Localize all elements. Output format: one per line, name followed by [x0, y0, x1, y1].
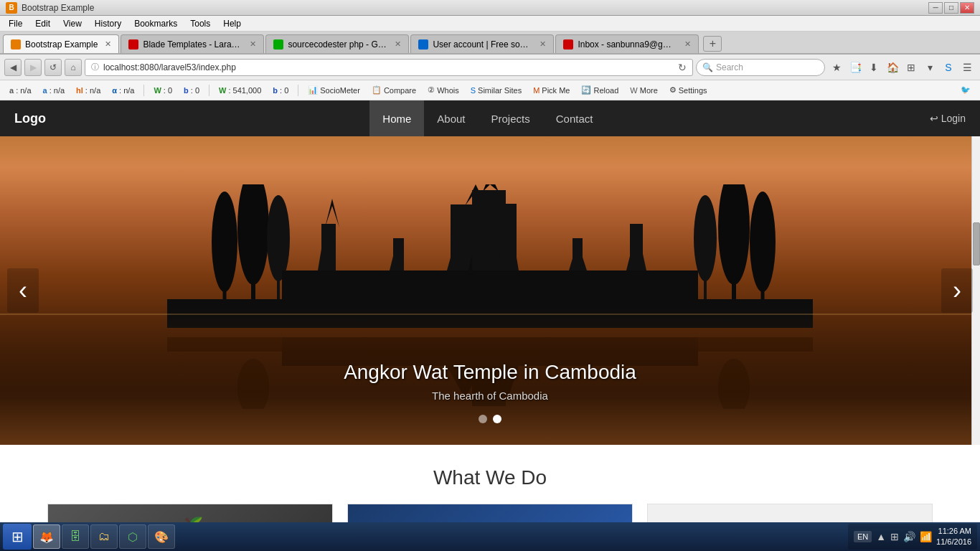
ext-reload[interactable]: 🔄 Reload [578, 84, 622, 96]
carousel-title: Angkor Wat Temple in Cambodia [0, 361, 980, 384]
ext-hl[interactable]: hl : n/a [72, 85, 104, 96]
ext-whois[interactable]: ② Whois [424, 84, 463, 96]
carousel-dot-1[interactable] [479, 415, 487, 423]
site-nav-items: Home About Projects Contact [369, 100, 606, 136]
taskbar-files[interactable]: 🗂 [90, 524, 118, 549]
ext-icon-1: a [9, 86, 14, 95]
carousel-prev-button[interactable]: ‹ [7, 268, 39, 313]
taskbar-db[interactable]: 🗄 [62, 524, 89, 549]
carousel-dot-2[interactable] [493, 415, 501, 423]
back-button[interactable]: ◀ [4, 59, 22, 76]
ext-compare[interactable]: 📋 Compare [368, 84, 420, 96]
tray-icon-display[interactable]: ⊞ [890, 531, 899, 542]
start-button[interactable]: ⊞ [3, 524, 32, 550]
tab-label-1: Bootstrap Example [25, 39, 98, 50]
nav-home[interactable]: Home [369, 100, 424, 136]
forward-button[interactable]: ▶ [24, 59, 42, 76]
clock[interactable]: 11:26 AM 11/6/2016 [936, 526, 971, 548]
tray-icon-sound[interactable]: 🔊 [903, 531, 915, 542]
tab-blade-templates[interactable]: Blade Templates - Laravel -... ✕ [121, 34, 264, 53]
home-button[interactable]: ⌂ [65, 59, 82, 76]
menu-tools[interactable]: Tools [184, 17, 216, 30]
window-title: Bootstrap Example [22, 3, 94, 13]
tab-bar: Bootstrap Example ✕ Blade Templates - La… [0, 32, 980, 55]
ext-b2[interactable]: b : 0 [269, 85, 292, 96]
ext-count[interactable]: W : 541,000 [215, 85, 265, 96]
db-icon: 🗄 [68, 529, 83, 544]
taskbar-app4[interactable]: ⬡ [119, 524, 146, 549]
refresh-icon[interactable]: ↻ [678, 62, 687, 73]
url-bar[interactable]: ⓘ localhost:8080/laravel53/index.php ↻ [85, 59, 693, 76]
ext-na-2[interactable]: a : n/a [39, 85, 69, 96]
nav-projects[interactable]: Projects [479, 100, 543, 136]
window-favicon: B [6, 2, 17, 14]
menu-help[interactable]: Help [217, 17, 247, 30]
ext-na-1[interactable]: a : n/a [6, 85, 35, 96]
ext-w[interactable]: W : 0 [150, 85, 176, 96]
ext-icon-compare: 📋 [372, 85, 382, 95]
nav-contact[interactable]: Contact [543, 100, 606, 136]
tab-close-2[interactable]: ✕ [250, 39, 256, 49]
tab-close-3[interactable]: ✕ [395, 39, 401, 49]
tab-user-account[interactable]: User account | Free source ... ✕ [410, 34, 554, 53]
skype-icon[interactable]: S [940, 59, 957, 76]
ext-alpha[interactable]: α : n/a [108, 85, 138, 96]
taskbar-paint[interactable]: 🎨 [148, 524, 175, 549]
ext-icon-more: W [630, 86, 637, 95]
carousel-next-button[interactable]: › [941, 268, 973, 313]
search-bar[interactable]: 🔍 Search [696, 59, 825, 76]
menu-view[interactable]: View [57, 17, 88, 30]
ext-more[interactable]: W More [626, 85, 661, 96]
carousel: ‹ › Angkor Wat Temple in Cambodia The he… [0, 136, 980, 445]
tab-sourcecodester[interactable]: sourcecodester php - Goo... ✕ [265, 34, 409, 53]
download-icon[interactable]: ⬇ [865, 59, 882, 76]
menu-edit[interactable]: Edit [29, 17, 56, 30]
ext-icon-whois: ② [428, 85, 435, 95]
files-icon: 🗂 [97, 529, 111, 544]
bookmark-star-icon[interactable]: ★ [828, 59, 845, 76]
taskbar-firefox[interactable]: 🦊 [33, 524, 60, 549]
ext-similar-sites[interactable]: S Similar Sites [467, 85, 525, 96]
ext-twitter[interactable]: 🐦 [957, 84, 974, 96]
ext-icon-reload: 🔄 [581, 85, 591, 95]
menu-bar: File Edit View History Bookmarks Tools H… [0, 16, 980, 32]
ext-sociometer[interactable]: 📊 SocioMeter [304, 84, 364, 96]
ext-b1[interactable]: b : 0 [180, 85, 203, 96]
tab-close-1[interactable]: ✕ [105, 39, 111, 49]
scrollbar-thumb[interactable] [973, 222, 980, 265]
tab-inbox[interactable]: Inbox - sanbunna9@gmail.... ✕ [555, 34, 699, 53]
tab-bootstrap-example[interactable]: Bootstrap Example ✕ [3, 34, 119, 53]
tab-close-4[interactable]: ✕ [540, 39, 546, 49]
ext-pick-me[interactable]: M Pick Me [529, 85, 573, 96]
firefox-icon: 🦊 [39, 529, 54, 544]
menu-icon[interactable]: ☰ [958, 59, 976, 76]
menu-file[interactable]: File [3, 17, 28, 30]
ext-settings[interactable]: ⚙ Settings [666, 84, 711, 96]
ext-icon-count: W [219, 86, 226, 95]
site-login[interactable]: ↩ Login [930, 113, 966, 124]
title-bar: B Bootstrap Example ─ □ ✕ [0, 0, 980, 16]
dropdown-icon[interactable]: ▾ [921, 59, 938, 76]
login-label: Login [941, 113, 966, 124]
maximize-button[interactable]: □ [944, 2, 958, 14]
minimize-button[interactable]: ─ [928, 2, 943, 14]
tray-icon-network[interactable]: 📶 [920, 531, 932, 542]
water-line [0, 314, 980, 315]
tab-close-5[interactable]: ✕ [684, 39, 691, 49]
tab-label-5: Inbox - sanbunna9@gmail.... [578, 39, 677, 50]
close-button[interactable]: ✕ [960, 2, 974, 14]
menu-history[interactable]: History [89, 17, 127, 30]
login-icon: ↩ [930, 113, 938, 124]
apps-icon[interactable]: ⊞ [903, 59, 920, 76]
reload-button[interactable]: ↺ [44, 59, 62, 76]
site-logo: Logo [14, 111, 46, 126]
taskbar-tray: EN ▲ ⊞ 🔊 📶 11:26 AM 11/6/2016 [848, 524, 977, 550]
ext-icon-w: W [154, 86, 161, 95]
lang-indicator: EN [854, 531, 872, 542]
home-toolbar-icon[interactable]: 🏠 [884, 59, 901, 76]
bookmark-list-icon[interactable]: 📑 [847, 59, 864, 76]
nav-about[interactable]: About [424, 100, 478, 136]
menu-bookmarks[interactable]: Bookmarks [128, 17, 183, 30]
new-tab-button[interactable]: + [703, 36, 722, 52]
up-arrow-icon[interactable]: ▲ [876, 531, 886, 542]
